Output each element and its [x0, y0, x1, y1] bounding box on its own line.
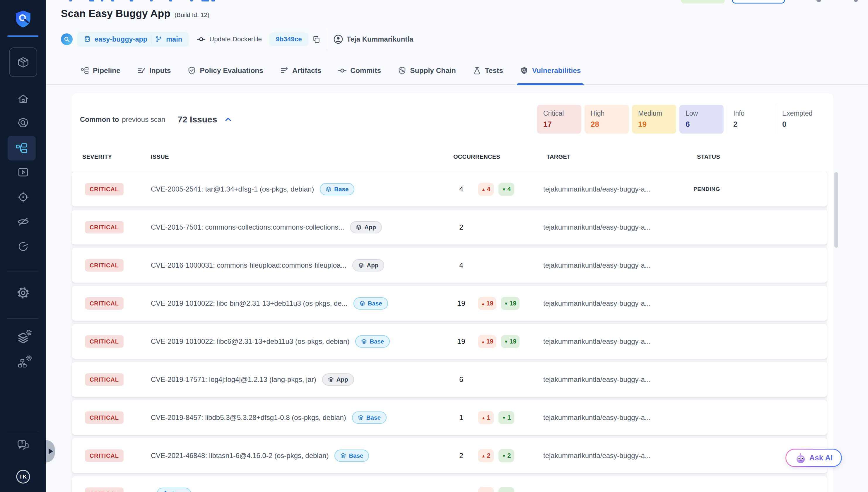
- target-name: tejakummarikuntla/easy-buggy-a...: [543, 299, 651, 308]
- tab-supply-chain[interactable]: Supply Chain: [398, 56, 456, 84]
- column-header-status: STATUS: [697, 153, 720, 160]
- sidebar-item-hidden[interactable]: [17, 215, 30, 228]
- tab-label: Supply Chain: [410, 67, 456, 75]
- occurrences-up-chip: ▲19: [478, 297, 496, 310]
- severity-chip-count: 19: [638, 120, 676, 129]
- ask-ai-label: Ask AI: [810, 453, 833, 462]
- package-tag: App: [352, 259, 384, 271]
- package-tag-label: App: [364, 224, 376, 231]
- vulnerabilities-panel: Common to previous scan 72 Issues Critic…: [72, 93, 833, 492]
- issue-title: CVE-2021-46848: libtasn1-6@4.16.0-2 (os-…: [151, 451, 328, 460]
- issue-row[interactable]: CRITICAL CVE-2019-1010022: libc6@2.31-13…: [72, 324, 827, 359]
- tab-inputs[interactable]: Inputs: [137, 56, 171, 84]
- tab-tests[interactable]: Tests: [473, 56, 503, 84]
- repo-branch-pill: easy-buggy-app main: [77, 32, 189, 47]
- occurrences-down-chip: ▼19: [501, 297, 520, 310]
- module-switcher-button[interactable]: [9, 47, 37, 77]
- issue-row[interactable]: CRITICAL CVE-2019-1010022: libc-bin@2.31…: [72, 286, 827, 321]
- package-tag-label: App: [337, 376, 348, 383]
- triangle-up-icon: ▲: [481, 187, 486, 192]
- tab-icon: [520, 66, 528, 75]
- occurrences-up-chip: ▲1: [478, 411, 494, 424]
- tab-icon: [137, 66, 146, 75]
- occurrences-down-chip: ▼4: [498, 182, 514, 196]
- package-tag-label: Base: [366, 414, 381, 421]
- severity-chip-label: Info: [733, 109, 772, 118]
- sidebar-item-help[interactable]: [17, 438, 30, 451]
- commit-sha-link[interactable]: 9b349ce: [269, 32, 308, 46]
- tab-icon: [80, 66, 89, 75]
- tab-artifacts[interactable]: Artifacts: [280, 56, 321, 84]
- occurrences-count: 19: [449, 299, 473, 308]
- sidebar-expand-handle[interactable]: [46, 440, 55, 462]
- layers-icon: [361, 339, 367, 344]
- issue-row[interactable]: CRITICAL Base ▲ ▼: [72, 476, 827, 492]
- target-name: tejakummarikuntla/easy-buggy-a...: [543, 185, 651, 193]
- severity-chip-critical[interactable]: Critical 17: [537, 105, 581, 133]
- logo-divider: [7, 35, 39, 37]
- issue-row[interactable]: CRITICAL CVE-2019-8457: libdb5.3@5.3.28+…: [72, 400, 827, 435]
- play-box-icon: [17, 166, 30, 179]
- severity-chip-low[interactable]: Low 6: [679, 105, 724, 133]
- issue-title: CVE-2019-1010022: libc6@2.31-13+deb11u3 …: [151, 337, 349, 346]
- target-icon: [17, 191, 30, 203]
- issue-row[interactable]: CRITICAL CVE-2021-46848: libtasn1-6@4.16…: [72, 438, 827, 473]
- severity-chip-info[interactable]: Info 2: [727, 105, 772, 133]
- sidebar-item-scans[interactable]: [17, 117, 30, 129]
- ask-ai-button[interactable]: Ask AI: [786, 449, 842, 467]
- vertical-scrollbar-thumb[interactable]: [834, 172, 838, 248]
- severity-chip-high[interactable]: High 28: [585, 105, 629, 133]
- tab-pipeline[interactable]: Pipeline: [80, 56, 120, 84]
- issue-row[interactable]: CRITICAL CVE-2005-2541: tar@1.34+dfsg-1 …: [72, 172, 827, 206]
- issue-row[interactable]: CRITICAL CVE-2015-7501: commons-collecti…: [72, 210, 827, 245]
- sidebar-divider: [7, 432, 39, 432]
- layers-icon: [356, 224, 362, 230]
- app-logo-icon[interactable]: [15, 10, 32, 28]
- gear-icon: [17, 287, 30, 299]
- sidebar-item-executions[interactable]: [17, 166, 30, 179]
- sidebar-item-gauge[interactable]: [17, 240, 30, 253]
- tab-commits[interactable]: Commits: [338, 56, 381, 84]
- package-tag: Base: [352, 412, 387, 424]
- severity-chip-label: Critical: [543, 109, 581, 118]
- sidebar-item-targets[interactable]: [17, 191, 30, 203]
- repo-link[interactable]: easy-buggy-app: [95, 35, 147, 43]
- tab-label: Policy Evaluations: [200, 67, 263, 75]
- issue-title: CVE-2015-7501: commons-collections:commo…: [151, 223, 344, 231]
- occurrences-down-chip: ▼1: [498, 411, 514, 424]
- severity-badge: CRITICAL: [85, 221, 124, 233]
- tab-vulnerabilities[interactable]: Vulnerabilities: [520, 56, 581, 84]
- copy-icon[interactable]: [313, 35, 320, 43]
- sidebar-item-home[interactable]: [17, 93, 30, 105]
- issue-row[interactable]: CRITICAL CVE-2019-17571: log4j:log4j@1.2…: [72, 362, 827, 397]
- issues-count: 72 Issues: [177, 115, 217, 124]
- issue-row[interactable]: CRITICAL CVE-2016-1000031: commons-fileu…: [72, 248, 827, 282]
- toolbar-icon-cutoff[interactable]: [816, 0, 821, 2]
- severity-chip-medium[interactable]: Medium 19: [632, 105, 676, 133]
- layers-icon: [359, 300, 365, 306]
- gauge-icon: [17, 240, 30, 253]
- severity-badge: CRITICAL: [85, 411, 124, 424]
- severity-badge: CRITICAL: [85, 297, 124, 310]
- sidebar-item-settings[interactable]: [17, 287, 30, 299]
- author-avatar-icon: [333, 34, 343, 44]
- left-sidebar: TK: [0, 0, 46, 492]
- branch-link[interactable]: main: [166, 35, 182, 43]
- sidebar-item-layers-settings[interactable]: [17, 332, 29, 345]
- target-name: tejakummarikuntla/easy-buggy-a...: [543, 375, 651, 384]
- sidebar-item-pipelines-active[interactable]: [8, 136, 36, 161]
- severity-badge: CRITICAL: [85, 449, 124, 462]
- column-header-issue: ISSUE: [151, 153, 169, 160]
- sidebar-item-org-settings[interactable]: [17, 357, 29, 371]
- commit-icon: [197, 35, 205, 44]
- issue-title: CVE-2019-8457: libdb5.3@5.3.28+dfsg1-0.8…: [151, 414, 346, 422]
- collapse-chevron-up-icon[interactable]: [224, 116, 232, 123]
- severity-chip-exempted[interactable]: Exempted 0: [776, 105, 821, 133]
- cube-icon: [17, 56, 30, 69]
- toolbar-icon-cutoff[interactable]: [854, 0, 858, 2]
- severity-chip-label: High: [591, 109, 629, 118]
- user-avatar[interactable]: TK: [16, 470, 30, 484]
- status-pill-cutoff[interactable]: [681, 0, 725, 3]
- outlined-button-cutoff[interactable]: [732, 0, 785, 3]
- tab-policy-evaluations[interactable]: Policy Evaluations: [188, 56, 263, 84]
